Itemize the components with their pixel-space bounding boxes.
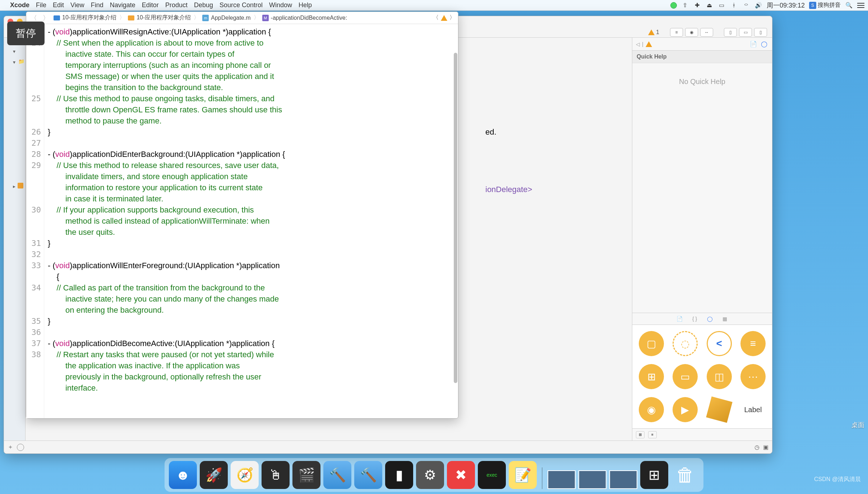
terminal-app[interactable]: ▮ [385, 461, 413, 489]
watermark: CSDN @清风清晨 [814, 476, 861, 483]
app-menu[interactable]: Xcode [10, 1, 29, 9]
split-view-controller-object[interactable]: ◫ [707, 364, 732, 389]
launchpad-app[interactable]: 🚀 [200, 461, 228, 489]
jump-crumb[interactable]: -applicationDidBecomeActive: [271, 15, 347, 21]
warning-icon[interactable] [441, 15, 447, 21]
jump-bar[interactable]: 〈 〉 10-应用程序对象介绍 〉 10-应用程序对象介绍 〉 mAppDele… [26, 12, 458, 24]
screen-icon[interactable]: ▭ [718, 1, 726, 9]
exec-app[interactable]: exec [478, 461, 506, 489]
code-snippet-library-icon[interactable]: { } [691, 315, 699, 323]
spotlight-icon[interactable]: 🔍 [845, 1, 853, 9]
menu-file[interactable]: File [36, 1, 46, 9]
menu-window[interactable]: Window [269, 1, 292, 9]
scrollbar[interactable] [454, 53, 457, 383]
jump-crumb[interactable]: 10-应用程序对象介绍 [137, 14, 191, 22]
page-view-controller-object[interactable]: ⋯ [740, 364, 766, 389]
navigation-controller-object[interactable]: < [707, 331, 732, 356]
label-object[interactable]: Label [744, 406, 762, 414]
volume-icon[interactable]: 🔊 [754, 1, 762, 9]
status-dot-icon[interactable] [670, 2, 677, 9]
clock[interactable]: 周一09:39:12 [767, 1, 805, 10]
menu-view[interactable]: View [70, 1, 84, 9]
wifi-icon[interactable]: ⌔ [742, 1, 750, 9]
tab-bar-controller-object[interactable]: ▭ [673, 364, 698, 389]
trash[interactable]: 🗑 [671, 461, 699, 489]
bluetooth-icon[interactable]: ᚼ [730, 1, 738, 9]
list-view-icon[interactable]: ≡ [648, 431, 657, 438]
line-number-gutter[interactable]: 23242526272829303132333435363738 [26, 24, 44, 418]
warning-icon[interactable] [646, 41, 652, 47]
menu-source-control[interactable]: Source Control [220, 1, 263, 9]
menu-edit[interactable]: Edit [53, 1, 64, 9]
imovie-app[interactable]: 🎬 [292, 461, 320, 489]
add-button[interactable]: ＋ [8, 443, 13, 451]
object-cube[interactable] [706, 396, 732, 423]
ime-menu[interactable]: S搜狗拼音 [809, 1, 841, 9]
disclosure-triangle-icon[interactable]: ▸ [13, 183, 15, 189]
screenshot-3[interactable] [609, 470, 637, 489]
xcode-beta-app[interactable]: 🔨 [354, 461, 382, 489]
eject-icon[interactable]: ⏏ [706, 1, 714, 9]
next-issue-icon[interactable]: 〉 [449, 14, 455, 22]
notes-app[interactable]: 📝 [509, 461, 537, 489]
menu-help[interactable]: Help [299, 1, 312, 9]
assistant-editor-button[interactable]: ◉ [685, 28, 698, 37]
file-icon[interactable] [18, 183, 23, 188]
collection-view-controller-object[interactable]: ⊞ [639, 364, 664, 389]
upload-icon[interactable]: ⇧ [681, 1, 689, 9]
downloads-stack[interactable]: ⊞ [640, 461, 668, 489]
add-icon[interactable]: ✚ [693, 1, 701, 9]
media-library-icon[interactable]: ▦ [721, 315, 729, 323]
glkit-view-controller-object[interactable]: ◉ [639, 397, 664, 422]
folder-icon[interactable]: 📁 [18, 59, 24, 64]
xmind-app[interactable]: ✖ [447, 461, 475, 489]
system-preferences-app[interactable]: ⚙ [416, 461, 444, 489]
prev-issue-icon[interactable]: 〈 [433, 14, 439, 22]
menu-editor[interactable]: Editor [142, 1, 159, 9]
table-view-controller-object[interactable]: ≡ [740, 331, 766, 356]
toggle-navigator-button[interactable]: ▯ [724, 28, 737, 37]
menu-debug[interactable]: Debug [194, 1, 213, 9]
quick-help-inspector-icon[interactable]: ◯ [760, 40, 768, 48]
nav-fwd-icon[interactable]: | [642, 41, 643, 47]
notification-center-icon[interactable] [857, 3, 864, 8]
object-library[interactable]: ▢ ◌ < ≡ ⊞ ▭ ◫ ⋯ ◉ ▶ Label [632, 325, 772, 428]
toggle-debug-button[interactable]: ▭ [739, 28, 752, 37]
disclosure-triangle-icon[interactable]: ▾ [13, 59, 15, 65]
menubar: Xcode File Edit View Find Navigate Edito… [0, 0, 868, 11]
navigator-area[interactable]: ▾ ▾ 📁 ▸ [4, 38, 26, 441]
file-template-library-icon[interactable]: 📄 [676, 315, 684, 323]
jump-crumb[interactable]: AppDelegate.m [211, 15, 250, 21]
nav-back-icon[interactable]: ◁ [636, 41, 640, 47]
standard-editor-button[interactable]: ≡ [670, 28, 683, 37]
warning-icon[interactable] [648, 29, 655, 35]
toggle-utilities-button[interactable]: ▯ [754, 28, 767, 37]
menu-product[interactable]: Product [165, 1, 188, 9]
file-inspector-icon[interactable]: 📄 [749, 40, 758, 48]
safari-app[interactable]: 🧭 [231, 461, 259, 489]
filter-icon[interactable] [17, 444, 24, 451]
finder-app[interactable]: ☻ [169, 461, 197, 489]
menu-find[interactable]: Find [91, 1, 103, 9]
recent-icon[interactable]: ◷ [754, 444, 760, 451]
jump-crumb[interactable]: 10-应用程序对象介绍 [62, 14, 116, 22]
view-controller-object[interactable]: ▢ [639, 331, 664, 356]
disclosure-triangle-icon[interactable]: ▾ [13, 48, 15, 54]
container-object[interactable]: ◌ [673, 331, 698, 356]
desktop-folder-label[interactable]: 桌面 [851, 421, 864, 429]
back-button[interactable]: 〈 [29, 14, 38, 22]
version-editor-button[interactable]: ↔ [700, 28, 713, 37]
forward-button[interactable]: 〉 [41, 14, 51, 22]
object-library-icon[interactable]: ◯ [706, 315, 714, 323]
pause-overlay[interactable]: 暂停 [7, 22, 45, 45]
code-area[interactable]: - (void)applicationWillResignActive:(UIA… [44, 24, 458, 418]
grid-view-icon[interactable]: ⊞ [636, 431, 645, 438]
screenshot-1[interactable] [548, 470, 576, 489]
outline-icon[interactable]: ▣ [763, 444, 768, 451]
menu-navigate[interactable]: Navigate [110, 1, 135, 9]
quick-help-header: Quick Help [632, 51, 772, 63]
xcode-app[interactable]: 🔨 [323, 461, 351, 489]
av-player-view-controller-object[interactable]: ▶ [673, 397, 698, 422]
screenshot-2[interactable] [578, 470, 606, 489]
mouse-app[interactable]: 🖱 [262, 461, 290, 489]
